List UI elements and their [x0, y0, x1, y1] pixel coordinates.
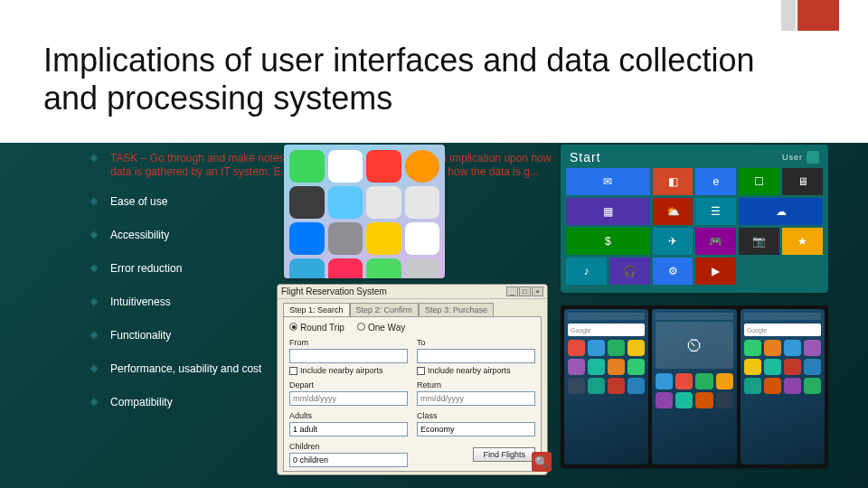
dialog-body: Round Trip One Way From Include nearby a…	[283, 316, 542, 472]
status-bar	[656, 313, 732, 320]
app-icon	[656, 373, 673, 389]
nearby-to-checkbox[interactable]: Include nearby airports	[417, 366, 535, 375]
find-flights-button[interactable]: Find Flights	[473, 447, 535, 462]
accent-shadow	[781, 0, 796, 31]
android-phone-3: Google	[741, 309, 825, 465]
app-icon	[405, 186, 440, 219]
radio-icon	[289, 323, 297, 331]
app-icon	[675, 392, 693, 408]
android-phone-2: ⏲	[652, 309, 736, 465]
radio-label: One Way	[368, 323, 405, 333]
app-icon	[695, 392, 712, 408]
bullet-icon	[89, 263, 99, 273]
radio-one-way[interactable]: One Way	[357, 323, 405, 333]
bullet-icon	[89, 363, 99, 373]
app-icon	[568, 340, 585, 356]
tile-icon: ⛅	[653, 198, 693, 225]
magnifier-icon[interactable]: 🔍	[532, 452, 552, 472]
tab-confirm[interactable]: Step 2: Confirm	[350, 303, 420, 316]
children-select[interactable]	[289, 453, 408, 467]
tile-icon: 🎧	[609, 258, 650, 285]
app-icon	[804, 340, 821, 356]
tile-icon: ⚙	[653, 258, 693, 285]
ios-homescreen-image	[284, 145, 445, 278]
app-icon	[289, 222, 325, 255]
checkbox-icon	[289, 367, 297, 375]
app-icon	[405, 150, 440, 183]
bullet-label: Accessibility	[110, 229, 169, 241]
adults-select[interactable]	[289, 422, 408, 436]
dialog-titlebar: Flight Reservation System _ □ ×	[278, 285, 547, 299]
app-icon	[784, 340, 801, 356]
checkbox-label: Include nearby airports	[300, 366, 383, 375]
tile-icon: 🎮	[695, 228, 736, 255]
status-bar	[568, 313, 645, 320]
app-icon	[608, 340, 625, 356]
page-title: Implications of user interfaces and data…	[43, 42, 785, 118]
app-icon	[804, 378, 821, 394]
bullet-icon	[89, 397, 99, 407]
tile-icon: $	[566, 228, 650, 255]
class-select[interactable]	[417, 422, 535, 436]
app-icon	[588, 340, 605, 356]
app-icon	[764, 340, 781, 356]
tile-icon: e	[695, 168, 736, 195]
bullet-label: Functionality	[110, 329, 171, 342]
tile-icon: ☐	[739, 168, 779, 195]
app-icon	[675, 373, 693, 389]
dialog-title: Flight Reservation System	[281, 286, 387, 296]
return-input[interactable]	[417, 391, 535, 406]
from-label: From	[289, 338, 408, 347]
start-user: User	[782, 151, 819, 164]
app-icon	[366, 222, 401, 255]
windows-start-image: Start User ✉ ◧ e ☐ 🖥 ▦ ⛅ ☰ ☁ $ ✈ 🎮 📷 ★ ♪…	[561, 145, 828, 293]
radio-round-trip[interactable]: Round Trip	[289, 323, 344, 333]
app-icon	[588, 359, 605, 375]
app-icon	[627, 359, 645, 375]
app-grid	[744, 340, 821, 461]
app-icon	[744, 378, 761, 394]
tile-icon: ✉	[566, 168, 650, 195]
app-icon	[405, 258, 440, 278]
bullet-icon	[89, 230, 99, 239]
tile-icon: ▦	[566, 198, 650, 225]
start-header: Start User	[566, 148, 823, 168]
from-input[interactable]	[289, 349, 408, 363]
to-input[interactable]	[417, 349, 535, 363]
bullet-icon	[89, 196, 99, 206]
bullet-icon	[89, 330, 99, 340]
app-icon	[405, 222, 440, 255]
radio-label: Round Trip	[300, 323, 344, 333]
maximize-icon[interactable]: □	[519, 286, 531, 296]
search-bar[interactable]: Google	[568, 324, 645, 336]
tile-icon: ★	[782, 228, 823, 255]
app-grid	[656, 373, 732, 461]
nearby-from-checkbox[interactable]: Include nearby airports	[289, 366, 408, 375]
tile-icon: ☁	[739, 198, 823, 225]
radio-icon	[357, 323, 365, 331]
tab-search[interactable]: Step 1: Search	[283, 303, 350, 316]
user-label: User	[782, 153, 803, 162]
app-icon	[289, 186, 325, 219]
minimize-icon[interactable]: _	[506, 286, 518, 296]
app-icon	[588, 378, 605, 394]
tab-purchase[interactable]: Step 3: Purchase	[419, 303, 494, 316]
children-label: Children	[289, 442, 408, 451]
app-icon	[289, 150, 325, 183]
app-icon	[744, 359, 761, 375]
checkbox-label: Include nearby airports	[428, 366, 511, 375]
start-tiles: ✉ ◧ e ☐ 🖥 ▦ ⛅ ☰ ☁ $ ✈ 🎮 📷 ★ ♪ 🎧 ⚙ ▶	[566, 168, 823, 285]
depart-input[interactable]	[289, 391, 408, 406]
bullet-label: Compatibility	[110, 396, 173, 408]
bullet-label: Error reduction	[110, 262, 182, 275]
class-label: Class	[417, 411, 535, 420]
app-icon	[328, 222, 363, 255]
app-icon	[366, 258, 401, 278]
close-icon[interactable]: ×	[532, 286, 543, 296]
app-icon	[366, 186, 401, 219]
app-icon	[328, 186, 363, 219]
search-bar[interactable]: Google	[744, 324, 821, 336]
tile-icon: ☰	[695, 198, 736, 225]
app-icon	[764, 359, 781, 375]
android-homescreens-image: Google ⏲	[561, 305, 828, 468]
